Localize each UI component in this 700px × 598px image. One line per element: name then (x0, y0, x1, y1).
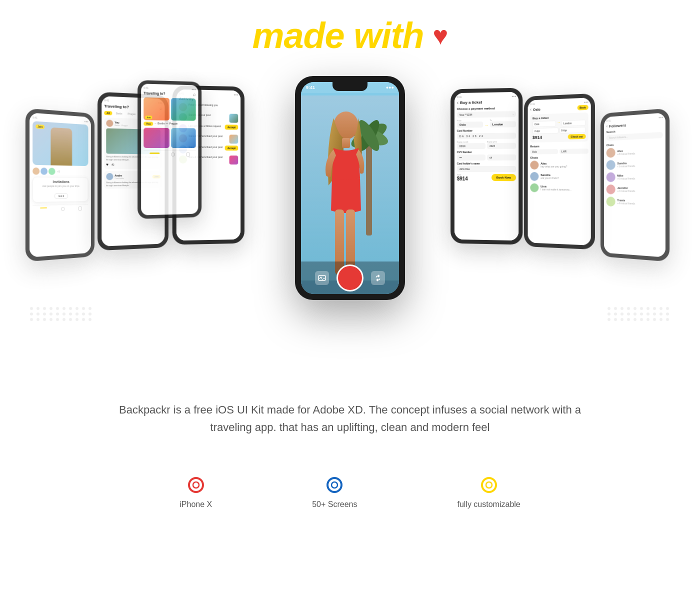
return-row: Oslo LHR (530, 148, 588, 154)
to-value: London (490, 121, 516, 128)
follower-info-4: Jennifer +2 mutual friends (617, 186, 663, 193)
cvv-row: ••• ck (457, 154, 516, 160)
chat-text-1: Alex hey what are you going? (540, 162, 588, 168)
heart-action-icon[interactable]: ♥ (106, 162, 108, 167)
phone-notch (332, 82, 368, 91)
avatar2 (40, 168, 48, 174)
chat-msg-1: hey what are you going? (540, 165, 588, 168)
phone-inner-right: 9:41 ●●● ‹ Buy a ticket Choose a payment… (450, 88, 522, 245)
post2-avatar (106, 173, 113, 180)
oslo-price-row: $914 Check out (532, 134, 586, 140)
camera-gallery-icon[interactable] (315, 271, 329, 285)
followers-back-icon[interactable]: ‹ (606, 124, 608, 129)
expiry-cvv-row: Expiry month 03/24 Expiry year 2024 (457, 140, 516, 150)
bottom-nav (32, 204, 88, 212)
customizable-icon (480, 476, 498, 494)
followers-search-field[interactable]: Search followers... (606, 132, 663, 141)
phone-screen-ticket: 9:41 ●●● ‹ Buy a ticket Choose a payment… (454, 92, 518, 241)
invite-tag: Join (36, 124, 44, 129)
follower-1: Alex +3 mutual friends (606, 146, 663, 158)
cvv-hint: ck (487, 154, 516, 160)
travel-signal: ●●● (192, 88, 196, 90)
feature-customizable: fully customizable (457, 476, 520, 509)
follower-avatar-4 (606, 184, 616, 194)
invite-title: Invitations (36, 180, 86, 184)
from-value: Oslo (457, 122, 483, 128)
chat-text-2: Sandra are you in Paris? (540, 174, 588, 180)
chat-item-1: Alex hey what are you going? (530, 160, 588, 170)
cardholder-field: John Doe (457, 166, 516, 172)
route-row: From Oslo → To London (457, 118, 516, 128)
dest-prague: Prague (170, 122, 178, 126)
status-time: 9:41 (104, 98, 109, 102)
camera-flip-icon[interactable] (371, 271, 385, 285)
person-silhouette (50, 128, 72, 166)
oslo-book-btn[interactable]: Book (577, 105, 588, 110)
dots-decoration-right (608, 307, 670, 321)
share-action-icon[interactable]: ⎋ (112, 162, 114, 167)
phone-travel-frame: 9:41 ●●● Traveling to? ⌕ Join (138, 80, 202, 219)
oslo-ticket-card: Buy a ticket Oslo → London 2 Apr 9 Apr $… (530, 112, 588, 142)
follower-sub-2: +1 mutual friends (617, 164, 663, 168)
features-section: iPhone X 50+ Screens fully customizable (0, 451, 700, 529)
cardholder-label: Card holder's name (457, 162, 516, 165)
follower-sub-4: +2 mutual friends (617, 190, 663, 193)
expiry-value: 03/24 (457, 143, 486, 149)
camera-shutter-button[interactable] (336, 264, 364, 292)
total-amount: Total $914 (457, 174, 468, 182)
oslo-checkout-btn[interactable]: Check out (568, 134, 586, 140)
oslo-back-icon[interactable]: ‹ (530, 107, 532, 112)
phones-section: 9:41 ●●● Join +5 (0, 71, 700, 361)
time: 9:41 (606, 119, 611, 122)
payment-option: Visa **1234 (460, 113, 472, 116)
book-now-button[interactable]: Book Now (492, 174, 516, 181)
avatar-count: +5 (57, 170, 60, 173)
accept-btn2[interactable]: Accept (225, 146, 238, 150)
follower-sub-5: +4 mutual friends (617, 202, 663, 206)
travel-title: Traveling to? (144, 92, 165, 96)
status-bar: 9:41 ●●● (457, 94, 516, 98)
phone-screen-invitations: 9:41 ●●● Join +5 (30, 112, 91, 258)
description-text: Backpackr is a free iOS UI Kit made for … (100, 401, 600, 436)
invite-card: Invitations Ask people to join you on yo… (32, 177, 88, 202)
signal: ●●● (234, 93, 238, 96)
total-price: $914 (457, 176, 468, 182)
from-field: From Oslo (457, 119, 483, 128)
follower-info-2: Sandra +1 mutual friends (617, 161, 663, 168)
accept-btn[interactable]: Accept (225, 124, 238, 130)
svg-point-14 (328, 478, 342, 492)
travel-screen-content: 9:41 ●●● Traveling to? ⌕ Join (141, 84, 198, 215)
phone-frame-center: 9:41 ●●● ‹ (295, 76, 405, 300)
payment-row: Visa **1234 › (457, 111, 516, 118)
camera-controls (301, 262, 399, 294)
svg-point-15 (332, 482, 338, 488)
chats-section-label: Chats (530, 156, 588, 159)
travel-nav-btn1 (171, 152, 175, 156)
svg-rect-7 (342, 138, 350, 148)
return-from: Oslo (530, 149, 558, 154)
follower-info-5: Travis +4 mutual friends (617, 198, 663, 206)
oslo-from: Oslo (532, 120, 556, 127)
header-title: made with ♥ (252, 15, 448, 56)
oslo-arrow-icon: → (557, 120, 560, 126)
avatar3 (48, 168, 56, 175)
phone-screen-oslo: 9:41 ●●● ‹ Oslo Book Buy a ticket Oslo → (528, 98, 591, 246)
chat-text-3: Lisa I can not make it tomorrow... (540, 185, 588, 192)
got-it-button[interactable]: Got it (54, 192, 68, 198)
activity-thumb (230, 114, 238, 123)
travel-image-grid: Join (144, 98, 196, 121)
screens-label: 50+ Screens (312, 500, 357, 509)
travel-img-2 (170, 98, 196, 121)
svg-rect-10 (318, 276, 326, 280)
feature-iphone-x: iPhone X (180, 476, 212, 509)
nav-icon1 (61, 206, 65, 210)
ticket-screen: 9:41 ●●● ‹ Buy a ticket Choose a payment… (454, 92, 518, 241)
camera-background: 9:41 ●●● ‹ (301, 82, 399, 294)
year-field: Expiry year 2024 (487, 140, 516, 149)
post-location: Berlin · Prague (114, 124, 128, 126)
back-icon[interactable]: ‹ (457, 100, 458, 106)
header-section: made with ♥ (0, 0, 700, 66)
phone-frame: 9:41 ●●● Join +5 (26, 108, 94, 262)
oslo-ticket-title: Buy a ticket (532, 115, 586, 120)
cvv-field: ••• (457, 154, 486, 160)
